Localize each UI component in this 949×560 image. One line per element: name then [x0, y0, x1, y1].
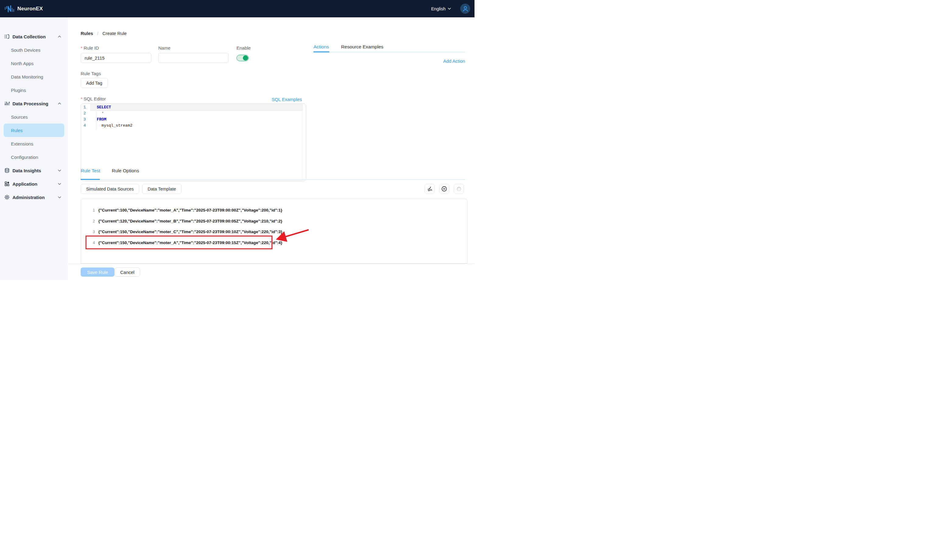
sidebar-item-data-monitoring[interactable]: Data Monitoring	[0, 70, 68, 83]
sidebar-section-label: Application	[12, 182, 55, 186]
save-rule-button[interactable]: Save Rule	[81, 268, 114, 277]
sidebar-section-data-collection[interactable]: Data Collection	[0, 30, 68, 43]
rule-id-label: *Rule ID	[81, 45, 99, 51]
application-icon	[4, 181, 10, 186]
app-title: NeuronEX	[17, 6, 43, 12]
sidebar-section-data-insights[interactable]: Data Insights	[0, 164, 68, 177]
neuronex-logo-icon	[4, 4, 15, 13]
test-tabs: Rule Test Rule Options	[81, 168, 151, 174]
output-row: {"Current":120,"DeviceName":"moter_B","T…	[98, 218, 283, 224]
brand: NeuronEX	[4, 4, 43, 13]
chevron-down-icon	[58, 169, 61, 172]
row-number: 1	[87, 208, 95, 213]
tab-resource-examples[interactable]: Resource Examples	[341, 44, 383, 49]
rule-id-input[interactable]	[81, 53, 151, 63]
breadcrumb-separator: /	[97, 31, 98, 36]
sql-examples-link[interactable]: SQL Examples	[81, 97, 306, 102]
active-line-highlight	[90, 105, 303, 111]
sidebar-item-south-devices[interactable]: South Devices	[0, 43, 68, 57]
chevron-up-icon	[58, 35, 61, 38]
tab-rule-options[interactable]: Rule Options	[112, 168, 139, 174]
rule-tags-label: Rule Tags	[81, 71, 101, 76]
sidebar-section-application[interactable]: Application	[0, 177, 68, 191]
output-row: {"Current":150,"DeviceName":"moter_C","T…	[98, 229, 283, 235]
actions-tabs: Actions Resource Examples	[314, 44, 396, 49]
sidebar-item-rules[interactable]: Rules	[4, 123, 64, 137]
chevron-down-icon	[58, 196, 61, 198]
breadcrumb: Rules / Create Rule	[81, 31, 127, 36]
indent-guide	[96, 111, 97, 130]
pause-button[interactable]	[439, 184, 449, 194]
pause-icon	[441, 186, 447, 192]
sidebar-item-plugins[interactable]: Plugins	[0, 83, 68, 97]
sidebar-item-sources[interactable]: Sources	[0, 110, 68, 123]
sidebar-section-administration[interactable]: Administration	[0, 191, 68, 204]
name-input[interactable]	[158, 53, 229, 63]
code-line: SELECT	[97, 105, 111, 111]
row-number: 2	[87, 218, 95, 224]
code-line: FROM	[97, 117, 106, 123]
chevron-down-icon	[58, 183, 61, 185]
enable-toggle[interactable]	[237, 55, 249, 61]
neuronex-app: NeuronEX English	[0, 0, 475, 280]
form-footer: Save Rule Cancel	[68, 263, 475, 280]
sidebar: Data Collection South Devices North Apps…	[0, 17, 68, 280]
code-line: mysql_stream2	[97, 123, 132, 129]
language-selector[interactable]: English	[431, 6, 451, 11]
sidebar-section-label: Administration	[12, 195, 55, 200]
tab-actions[interactable]: Actions	[314, 44, 329, 49]
sidebar-section-label: Data Collection	[12, 34, 55, 39]
sidebar-section-data-processing[interactable]: Data Processing	[0, 97, 68, 110]
data-insights-icon	[4, 168, 10, 173]
line-number: 2	[81, 111, 86, 117]
language-label: English	[431, 6, 446, 11]
add-tag-button[interactable]: Add Tag	[81, 78, 108, 88]
line-number: 1	[81, 105, 86, 111]
tab-rule-test[interactable]: Rule Test	[81, 168, 100, 174]
line-number: 3	[81, 117, 86, 123]
loading-icon	[456, 186, 462, 192]
test-tab-track	[81, 179, 465, 180]
gear-icon	[4, 194, 10, 200]
line-number: 4	[81, 123, 86, 129]
name-label: Name	[158, 45, 171, 51]
output-row: {"Current":100,"DeviceName":"moter_A","T…	[98, 208, 283, 213]
add-action-link[interactable]: Add Action	[314, 58, 465, 64]
output-row: {"Current":150,"DeviceName":"moter_A","T…	[98, 240, 283, 246]
data-template-button[interactable]: Data Template	[142, 184, 181, 194]
sidebar-item-extensions[interactable]: Extensions	[0, 137, 68, 150]
data-processing-icon	[4, 101, 10, 106]
data-collection-icon	[4, 34, 10, 39]
required-asterisk: *	[81, 45, 83, 51]
top-navbar: NeuronEX English	[0, 0, 475, 17]
code-line: *	[97, 111, 104, 117]
actions-tab-track	[314, 52, 465, 52]
main-content: Rules / Create Rule *Rule ID Name Enable…	[68, 17, 475, 280]
sidebar-section-label: Data Processing	[12, 101, 55, 106]
sidebar-item-north-apps[interactable]: North Apps	[0, 57, 68, 70]
chevron-up-icon	[58, 103, 61, 105]
editor-scrollbar-area	[302, 104, 302, 181]
breadcrumb-current: Create Rule	[102, 31, 127, 36]
refresh-loading-button[interactable]	[454, 184, 464, 194]
test-output-panel[interactable]: 1 {"Current":100,"DeviceName":"moter_A",…	[81, 199, 468, 263]
user-icon	[462, 6, 469, 12]
breadcrumb-rules-link[interactable]: Rules	[81, 31, 93, 36]
simulated-data-sources-button[interactable]: Simulated Data Sources	[81, 184, 139, 194]
row-number: 3	[87, 229, 95, 235]
cancel-button[interactable]: Cancel	[115, 268, 140, 277]
clean-icon	[427, 186, 432, 192]
enable-label: Enable	[237, 45, 251, 51]
user-avatar[interactable]	[460, 4, 470, 14]
clean-results-button[interactable]	[425, 184, 435, 194]
sidebar-section-label: Data Insights	[12, 168, 55, 173]
row-number: 4	[87, 240, 95, 246]
chevron-down-icon	[448, 8, 451, 10]
sidebar-item-configuration[interactable]: Configuration	[0, 150, 68, 164]
